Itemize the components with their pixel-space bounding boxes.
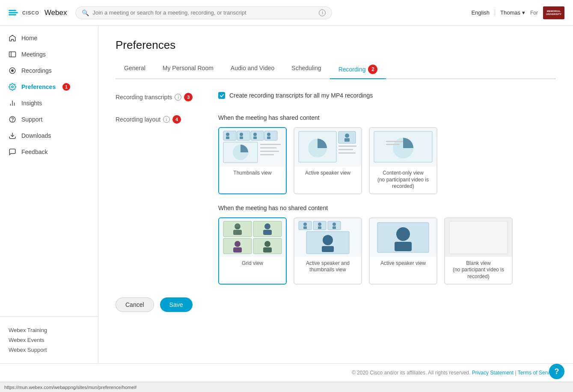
- search-info-icon[interactable]: i: [319, 9, 326, 16]
- svg-rect-0: [9, 52, 16, 57]
- step-badge-4: 4: [172, 115, 181, 124]
- recording-transcripts-section: Recording transcripts i 3 Create recordi…: [116, 92, 556, 101]
- transcripts-checkbox-label: Create recording transcripts for all my …: [229, 92, 373, 99]
- transcripts-checkbox[interactable]: [218, 92, 225, 99]
- sidebar-item-preferences[interactable]: Preferences 1: [0, 79, 98, 95]
- svg-rect-13: [226, 137, 229, 139]
- active-speaker-label: Active speaker view: [370, 257, 436, 270]
- language-selector[interactable]: English: [471, 9, 490, 16]
- svg-rect-43: [233, 230, 242, 235]
- svg-point-49: [235, 241, 240, 247]
- footer-link-webex-training[interactable]: Webex Training: [9, 325, 89, 335]
- layout-card-active-speaker-shared[interactable]: Active speaker view: [294, 127, 362, 194]
- main-content: Preferences General My Personal Room Aud…: [98, 26, 573, 363]
- copyright-text: © 2020 Cisco and/or its affiliates. All …: [352, 370, 470, 376]
- blank-label: Blank view (no participant video is reco…: [445, 257, 512, 284]
- svg-rect-35: [338, 149, 353, 150]
- active-speaker-thumbnails-label: Active speaker and thumbnails view: [294, 257, 361, 277]
- svg-point-55: [303, 223, 307, 226]
- svg-point-4: [12, 86, 14, 88]
- svg-point-12: [226, 133, 229, 136]
- tab-my-personal-room[interactable]: My Personal Room: [154, 60, 222, 79]
- sidebar-footer: Webex Training Webex Events Webex Suppor…: [0, 316, 98, 363]
- svg-rect-26: [260, 147, 276, 148]
- svg-point-64: [323, 235, 333, 245]
- layout-card-blank[interactable]: Blank view (no participant video is reco…: [444, 217, 513, 285]
- footer-link-webex-support[interactable]: Webex Support: [9, 345, 89, 355]
- layout-card-content-only[interactable]: Content-only view (no participant video …: [369, 127, 437, 194]
- top-right: English Thomas ▾ For MEMORIAL UNIVERSITY: [471, 6, 564, 19]
- sidebar-item-insights[interactable]: Insights: [0, 95, 98, 111]
- tabs: General My Personal Room Audio and Video…: [116, 60, 556, 79]
- layout-card-grid[interactable]: Grid view: [218, 217, 287, 285]
- svg-point-52: [264, 241, 270, 247]
- svg-point-3: [12, 70, 14, 72]
- svg-point-46: [264, 223, 270, 229]
- sidebar-label-preferences: Preferences: [21, 83, 56, 90]
- cancel-button[interactable]: Cancel: [116, 297, 154, 312]
- tab-audio-and-video[interactable]: Audio and Video: [222, 60, 283, 79]
- layout-content: When the meeting has shared content: [218, 114, 556, 285]
- sidebar-item-meetings[interactable]: Meetings: [0, 46, 98, 62]
- svg-point-67: [396, 227, 410, 241]
- layout-info-icon[interactable]: i: [163, 116, 170, 123]
- svg-rect-17: [251, 131, 264, 140]
- step-badge-3: 3: [184, 93, 193, 101]
- sidebar-label-downloads: Downloads: [21, 132, 51, 139]
- footer-link-webex-events[interactable]: Webex Events: [9, 335, 89, 345]
- sidebar-label-meetings: Meetings: [21, 51, 46, 58]
- svg-rect-50: [233, 247, 242, 252]
- save-button[interactable]: Save: [160, 297, 193, 312]
- transcripts-info-icon[interactable]: i: [175, 94, 181, 101]
- svg-rect-20: [264, 131, 277, 140]
- help-button[interactable]: ?: [549, 364, 564, 379]
- sidebar-item-feedback[interactable]: Feedback: [0, 144, 98, 160]
- footer: © 2020 Cisco and/or its affiliates. All …: [0, 363, 573, 382]
- page-title: Preferences: [116, 39, 556, 52]
- svg-point-18: [253, 133, 257, 136]
- user-menu[interactable]: Thomas ▾: [500, 9, 525, 16]
- action-buttons: Cancel Save: [116, 297, 556, 312]
- transcripts-label: Recording transcripts i 3: [116, 92, 201, 101]
- sidebar-item-recordings[interactable]: Recordings: [0, 62, 98, 79]
- privacy-link[interactable]: Privacy Statement: [472, 370, 514, 376]
- university-logo: MEMORIAL UNIVERSITY: [543, 6, 564, 19]
- for-label: For: [530, 10, 538, 16]
- content-only-label: Content-only view (no participant video …: [370, 166, 436, 193]
- svg-rect-69: [449, 221, 508, 254]
- grid-label: Grid view: [219, 257, 286, 270]
- sidebar-label-support: Support: [21, 116, 42, 123]
- svg-rect-56: [303, 226, 307, 229]
- svg-rect-27: [260, 151, 279, 152]
- svg-rect-40: [386, 144, 400, 145]
- logo: CISCO Webex: [9, 9, 67, 17]
- tab-scheduling[interactable]: Scheduling: [283, 60, 330, 79]
- search-input[interactable]: [92, 9, 315, 16]
- sidebar: Home Meetings Recordings Preferences 1 I: [0, 26, 98, 363]
- layout-card-active-speaker-thumbnails[interactable]: Active speaker and thumbnails view: [294, 217, 362, 285]
- tab-recording[interactable]: Recording 2: [330, 60, 386, 79]
- transcripts-checkbox-row[interactable]: Create recording transcripts for all my …: [218, 92, 556, 99]
- transcripts-content: Create recording transcripts for all my …: [218, 92, 556, 99]
- layout-card-active-speaker[interactable]: Active speaker view: [369, 217, 437, 285]
- preferences-badge: 1: [62, 83, 70, 91]
- tab-general[interactable]: General: [116, 60, 154, 79]
- active-speaker-shared-label: Active speaker view: [294, 166, 361, 180]
- svg-rect-14: [237, 131, 250, 140]
- no-shared-content-title: When the meeting has no shared content: [218, 205, 556, 211]
- sidebar-label-recordings: Recordings: [21, 67, 52, 74]
- layout-label: Recording layout i 4: [116, 114, 201, 124]
- svg-rect-68: [395, 242, 412, 251]
- shared-layout-options: Thumbnails view: [218, 127, 556, 194]
- sidebar-item-downloads[interactable]: Downloads: [0, 128, 98, 144]
- thumbnails-label: Thumbnails view: [219, 166, 286, 180]
- svg-point-61: [333, 223, 336, 226]
- url-bar: https://mun.webex.com/webappng/sites/mun…: [0, 382, 573, 392]
- sidebar-label-feedback: Feedback: [21, 148, 48, 155]
- svg-rect-39: [386, 141, 403, 142]
- sidebar-item-home[interactable]: Home: [0, 30, 98, 46]
- svg-rect-34: [338, 146, 356, 147]
- svg-point-42: [235, 223, 240, 229]
- layout-card-thumbnails[interactable]: Thumbnails view: [218, 127, 287, 194]
- sidebar-item-support[interactable]: Support: [0, 111, 98, 128]
